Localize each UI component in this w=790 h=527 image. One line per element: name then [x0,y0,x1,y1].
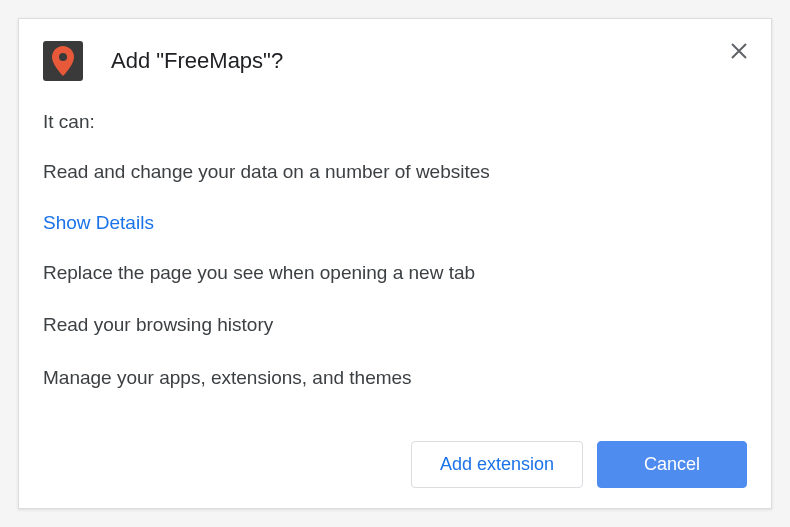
extension-install-dialog: Add "FreeMaps"? It can: Read and change … [18,18,772,509]
permission-item: Read and change your data on a number of… [43,159,747,186]
map-pin-icon [51,46,75,76]
show-details-link[interactable]: Show Details [43,212,154,234]
permission-intro: It can: [43,111,747,133]
extension-icon [43,41,83,81]
dialog-header: Add "FreeMaps"? [19,19,771,93]
add-extension-button[interactable]: Add extension [411,441,583,488]
dialog-title: Add "FreeMaps"? [111,48,283,74]
permission-item: Manage your apps, extensions, and themes [43,365,747,392]
dialog-footer: Add extension Cancel [411,441,747,488]
close-icon [731,43,747,59]
dialog-body: It can: Read and change your data on a n… [19,93,771,421]
permission-item: Read your browsing history [43,312,747,339]
close-button[interactable] [727,39,751,63]
cancel-button[interactable]: Cancel [597,441,747,488]
permission-item: Replace the page you see when opening a … [43,260,747,287]
svg-point-0 [59,53,67,61]
